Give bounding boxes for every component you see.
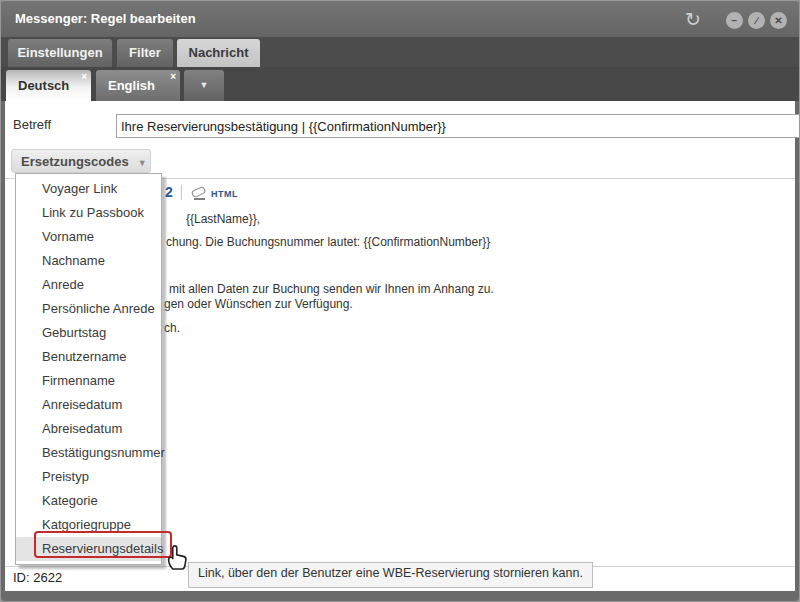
minimize-button[interactable]: − [726,12,743,29]
messenger-window: Messenger: Regel bearbeiten ↻ − ∕ ✕ Eins… [0,0,800,602]
tab-deutsch-label: Deutsch [18,70,69,101]
menu-item[interactable]: Link zu Passbook [16,201,161,225]
replacement-codes-label: Ersetzungscodes [21,154,129,169]
content-area: Betreff Ersetzungscodes▼ 2 HTML {{LastNa… [5,101,795,591]
menu-item[interactable]: Anreisedatum [16,393,161,417]
tooltip: Link, über den der Benutzer eine WBE-Res… [188,562,593,588]
replacement-codes-menu: Voyager Link Link zu Passbook Vorname Na… [15,173,162,565]
toolbar-partial-icon: 2 [165,184,173,200]
tab-english-label: English [108,70,155,101]
email-body-line: ch. [164,321,180,335]
chevron-down-icon: ▼ [138,158,147,168]
replacement-codes-button[interactable]: Ersetzungscodes▼ [11,149,151,173]
close-icon: ✕ [774,15,782,26]
toolbar-separator [181,185,182,200]
menu-item[interactable]: Anrede [16,273,161,297]
menu-item[interactable]: Bestätigungsnummer [16,441,161,465]
red-highlight-box [34,531,172,558]
tab-deutsch-close-icon[interactable]: × [81,72,87,82]
subject-input[interactable] [116,114,800,138]
restore-button[interactable]: ∕ [748,12,765,29]
menu-item[interactable]: Benutzername [16,345,161,369]
menu-item[interactable]: Abreisedatum [16,417,161,441]
chevron-down-icon: ▼ [200,80,209,90]
menu-item[interactable]: Geburtstag [16,321,161,345]
remove-format-eraser-icon[interactable] [189,184,208,205]
tab-einstellungen[interactable]: Einstellungen [8,39,112,67]
menu-item[interactable]: Nachname [16,249,161,273]
tab-english[interactable]: English × [96,70,180,101]
menu-item[interactable]: Voyager Link [16,177,161,201]
record-id-text: ID: 2622 [13,570,62,585]
refresh-icon[interactable]: ↻ [685,8,701,31]
menu-item[interactable]: Preistyp [16,465,161,489]
add-language-dropdown[interactable]: ▼ [184,70,224,101]
email-body-line: mit allen Daten zur Buchung senden wir I… [169,282,494,296]
tab-english-close-icon[interactable]: × [170,72,176,82]
tab-nachricht[interactable]: Nachricht [177,39,260,67]
menu-item[interactable]: Firmenname [16,369,161,393]
hand-cursor-icon [162,537,192,575]
tab-filter[interactable]: Filter [117,39,173,67]
email-body-line: {{LastName}}, [186,212,260,226]
close-button[interactable]: ✕ [770,12,787,29]
window-title: Messenger: Regel bearbeiten [15,1,196,37]
menu-item[interactable]: Kategorie [16,489,161,513]
menu-item[interactable]: Vorname [16,225,161,249]
restore-icon: ∕ [756,15,758,26]
tab-deutsch[interactable]: Deutsch × [6,70,91,101]
html-source-button[interactable]: HTML [211,189,238,199]
email-body-line: chung. Die Buchungsnummer lautet: {{Conf… [166,235,490,249]
menu-item[interactable]: Persönliche Anrede [16,297,161,321]
email-body-line: gen oder Wünschen zur Verfügung. [164,297,353,311]
minimize-icon: − [732,15,738,26]
subject-label: Betreff [13,117,51,132]
